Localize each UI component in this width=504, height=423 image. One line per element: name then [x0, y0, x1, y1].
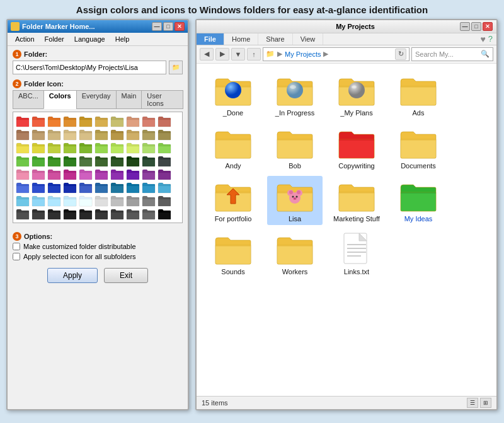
color-folder-item[interactable] [94, 168, 108, 180]
color-folder-item[interactable] [142, 141, 156, 154]
color-folder-item[interactable] [79, 181, 93, 194]
file-item[interactable]: Bob [267, 123, 323, 172]
color-folder-item[interactable] [32, 128, 45, 141]
color-folder-item[interactable] [126, 154, 140, 167]
address-myprojects[interactable]: My Projects [285, 50, 321, 58]
color-folder-item[interactable] [158, 168, 171, 180]
color-folder-item[interactable] [63, 168, 77, 180]
color-folder-item[interactable] [94, 115, 108, 127]
color-folder-item[interactable] [47, 128, 61, 141]
color-folder-item[interactable] [94, 154, 108, 167]
color-folder-item[interactable] [16, 181, 30, 194]
address-bar[interactable]: 📁 ▶ My Projects ▶ ↻ [263, 47, 410, 61]
color-folder-item[interactable] [110, 115, 124, 127]
color-folder-item[interactable] [47, 207, 61, 220]
file-item[interactable]: _My Plans [329, 70, 384, 119]
up-button[interactable]: ↑ [247, 48, 261, 61]
ribbon-tab-share[interactable]: Share [258, 33, 292, 45]
file-item[interactable]: Workers [267, 229, 323, 278]
color-folder-item[interactable] [47, 115, 61, 127]
color-folder-item[interactable] [47, 181, 61, 194]
color-folder-item[interactable] [110, 141, 124, 154]
forward-button[interactable]: ▶ [215, 48, 229, 61]
browse-button[interactable]: 📁 [169, 61, 183, 74]
color-folder-item[interactable] [158, 207, 171, 220]
color-folder-item[interactable] [32, 154, 45, 167]
view-tiles-button[interactable]: ⊞ [480, 398, 491, 408]
file-item[interactable]: For portfolio [205, 176, 261, 225]
tab-main[interactable]: Main [116, 90, 142, 109]
color-folder-item[interactable] [126, 207, 140, 220]
color-folder-item[interactable] [126, 181, 140, 194]
color-folder-item[interactable] [63, 154, 77, 167]
restore-button[interactable]: □ [163, 22, 173, 31]
file-item[interactable]: My Ideas [391, 176, 446, 225]
color-folder-item[interactable] [79, 168, 93, 180]
refresh-button[interactable]: ↻ [395, 49, 406, 60]
color-folder-item[interactable] [126, 168, 140, 180]
color-folder-item[interactable] [142, 128, 156, 141]
color-folder-item[interactable] [32, 141, 45, 154]
help-icon[interactable]: ? [488, 34, 493, 43]
file-item[interactable]: _In Progress [267, 70, 323, 119]
close-button[interactable]: ✕ [175, 22, 185, 31]
file-item[interactable]: Copywriting [329, 123, 384, 172]
color-folder-item[interactable] [63, 141, 77, 154]
minimize-button[interactable]: — [152, 22, 162, 31]
color-folder-item[interactable] [94, 141, 108, 154]
color-folder-item[interactable] [16, 141, 30, 154]
color-folder-item[interactable] [16, 168, 30, 180]
color-folder-item[interactable] [63, 194, 77, 207]
apply-button[interactable]: Apply [47, 268, 98, 283]
explorer-close[interactable]: ✕ [483, 22, 493, 31]
exit-button[interactable]: Exit [104, 268, 148, 283]
color-folder-item[interactable] [142, 115, 156, 127]
ribbon-tab-view[interactable]: View [293, 33, 324, 45]
checkbox-subfolders[interactable] [13, 253, 20, 260]
file-item[interactable]: _Done [205, 70, 261, 119]
color-folder-item[interactable] [32, 168, 45, 180]
checkbox-distributable[interactable] [13, 243, 20, 250]
file-item[interactable]: Documents [391, 123, 446, 172]
menu-folder[interactable]: Folder [40, 34, 69, 44]
color-folder-item[interactable] [16, 154, 30, 167]
color-folder-item[interactable] [110, 128, 124, 141]
color-folder-item[interactable] [79, 154, 93, 167]
tab-everyday[interactable]: Everyday [76, 90, 117, 109]
color-folder-item[interactable] [63, 128, 77, 141]
color-folder-item[interactable] [142, 154, 156, 167]
color-folder-item[interactable] [158, 128, 171, 141]
color-folder-item[interactable] [32, 115, 45, 127]
color-folder-item[interactable] [126, 128, 140, 141]
file-item[interactable]: Lisa [267, 176, 323, 225]
menu-action[interactable]: Action [10, 34, 40, 44]
file-item[interactable]: Sounds [205, 229, 261, 278]
tab-user-icons[interactable]: User Icons [141, 90, 183, 109]
heart-icon[interactable]: ♥ [480, 34, 485, 44]
color-folder-item[interactable] [63, 115, 77, 127]
color-folder-item[interactable] [47, 168, 61, 180]
menu-language[interactable]: Language [69, 34, 110, 44]
color-folder-item[interactable] [158, 115, 171, 127]
color-folder-item[interactable] [16, 128, 30, 141]
color-folder-item[interactable] [110, 181, 124, 194]
color-folder-item[interactable] [63, 207, 77, 220]
color-folder-item[interactable] [110, 154, 124, 167]
color-folder-item[interactable] [79, 128, 93, 141]
color-folder-item[interactable] [158, 141, 171, 154]
color-folder-item[interactable] [79, 141, 93, 154]
search-box[interactable]: Search My... 🔍 [411, 47, 493, 61]
color-folder-item[interactable] [47, 141, 61, 154]
file-item[interactable]: Links.txt [329, 229, 384, 278]
folder-path-input[interactable] [13, 61, 166, 74]
color-folder-item[interactable] [142, 194, 156, 207]
color-folder-item[interactable] [94, 194, 108, 207]
color-folder-item[interactable] [126, 115, 140, 127]
color-folder-item[interactable] [63, 181, 77, 194]
color-folder-item[interactable] [79, 115, 93, 127]
file-item[interactable]: Ads [391, 70, 446, 119]
color-folder-item[interactable] [47, 154, 61, 167]
color-folder-item[interactable] [142, 181, 156, 194]
tab-colors[interactable]: Colors [43, 90, 77, 109]
file-item[interactable]: Marketing Stuff [329, 176, 384, 225]
